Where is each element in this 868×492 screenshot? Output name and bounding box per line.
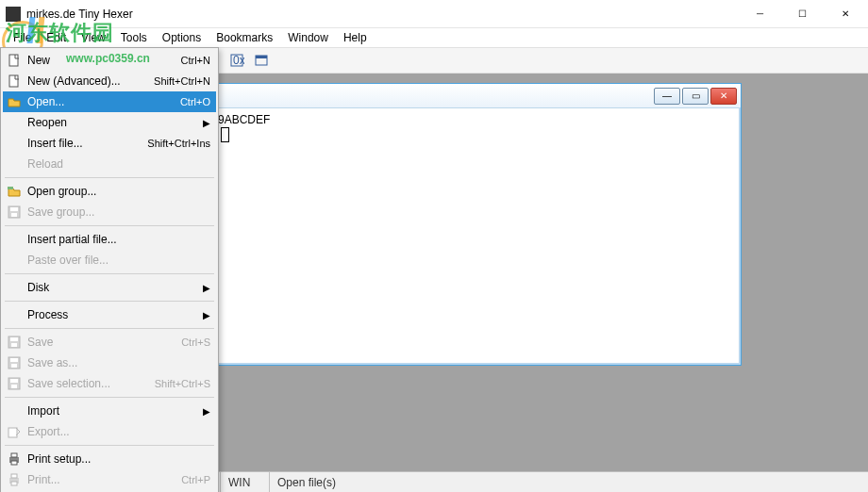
menu-item-label: Reload [27,157,210,171]
menu-file[interactable]: File [6,29,39,46]
menu-item-label: Disk [27,281,210,294]
menu-item-accelerator: Ctrl+N [181,55,210,66]
svg-rect-14 [9,75,18,87]
svg-rect-34 [11,482,17,485]
menu-separator [5,397,214,398]
export-icon [7,424,22,439]
menu-item-import[interactable]: Import▶ [3,401,216,421]
menu-item-open-group[interactable]: Open group... [3,181,216,202]
svg-rect-13 [9,55,18,66]
save-icon [7,335,22,350]
menu-item-accelerator: Shift+Ctrl+N [154,75,210,87]
menu-separator [5,328,214,329]
menu-separator [5,273,214,274]
menu-item-accelerator: Ctrl+P [181,474,210,485]
toolbar-hex-icon[interactable]: 0x [225,50,248,71]
menu-item-label: New [27,54,181,67]
close-button[interactable]: ✕ [824,1,866,27]
svg-rect-31 [11,461,17,465]
status-cell-mode: WIN [221,472,270,492]
print-icon [7,451,22,467]
menu-separator [5,445,214,446]
submenu-arrow-icon: ▶ [203,283,210,293]
svg-rect-21 [11,343,17,347]
svg-text:0x: 0x [233,54,244,67]
svg-rect-33 [11,474,17,478]
open-group-icon [7,184,22,199]
menu-separator [5,177,214,178]
menu-item-label: Reopen [27,116,210,129]
menu-item-save-as: Save as... [3,353,216,373]
menu-item-label: Save as... [27,356,210,369]
menu-item-label: Export... [27,425,210,438]
menu-view[interactable]: View [74,29,113,46]
menu-item-reopen[interactable]: Reopen▶ [3,112,216,133]
menu-item-label: Paste over file... [27,254,210,267]
svg-rect-28 [8,428,17,437]
submenu-arrow-icon: ▶ [203,310,210,320]
menu-item-accelerator: Ctrl+O [180,96,210,107]
child-maximize-button[interactable]: ▭ [682,88,709,105]
menu-item-export: Export... [3,421,216,442]
file-menu-dropdown: NewCtrl+NNew (Advanced)...Shift+Ctrl+NOp… [0,47,219,492]
child-minimize-button[interactable]: ― [654,88,680,105]
svg-rect-15 [8,187,13,189]
svg-rect-20 [10,337,18,341]
submenu-arrow-icon: ▶ [203,118,210,128]
menu-item-label: New (Advanced)... [27,74,154,88]
menu-item-paste-over-file: Paste over file... [3,250,216,271]
menu-tools[interactable]: Tools [113,29,155,46]
menu-separator [5,225,214,226]
status-cell-hint: Open file(s) [270,472,868,492]
menu-item-label: Print... [27,473,181,486]
svg-rect-18 [11,213,17,217]
window-title: mirkes.de Tiny Hexer [26,8,739,21]
new-icon [7,53,22,68]
menu-item-accelerator: Shift+Ctrl+S [155,378,210,389]
menu-item-reload: Reload [3,154,216,174]
svg-rect-12 [256,56,267,58]
menu-item-insert-partial-file[interactable]: Insert partial file... [3,229,216,250]
save-group-icon [7,205,22,220]
svg-rect-27 [11,385,17,388]
menu-item-process[interactable]: Process▶ [3,304,216,325]
menu-item-new-advanced[interactable]: New (Advanced)...Shift+Ctrl+N [3,71,216,91]
menu-item-label: Open... [27,95,180,108]
menu-item-label: Insert partial file... [27,233,210,246]
submenu-arrow-icon: ▶ [203,406,210,417]
svg-rect-17 [10,207,18,211]
menu-item-save: SaveCtrl+S [3,332,216,353]
menu-item-new[interactable]: NewCtrl+N [3,50,216,71]
menu-item-label: Open group... [27,185,210,198]
save-icon [7,355,22,370]
menu-item-accelerator: Ctrl+S [181,336,210,348]
menu-item-accelerator: Shift+Ctrl+Ins [147,138,210,149]
menu-item-label: Import [27,404,210,418]
menu-item-disk[interactable]: Disk▶ [3,277,216,298]
svg-rect-30 [11,453,17,457]
menu-item-label: Print setup... [27,452,210,466]
menu-options[interactable]: Options [155,29,209,46]
new-icon [7,74,22,89]
menu-item-open[interactable]: Open...Ctrl+O [3,91,216,112]
save-icon [7,376,22,391]
minimize-button[interactable]: ─ [739,1,781,27]
hex-cursor [221,127,229,142]
menu-item-print-setup[interactable]: Print setup... [3,449,216,469]
svg-rect-23 [10,358,18,362]
titlebar: mirkes.de Tiny Hexer ─ ☐ ✕ [0,0,868,28]
child-close-button[interactable]: ✕ [710,88,737,105]
menu-bookmarks[interactable]: Bookmarks [209,29,280,46]
menu-item-label: Save selection... [27,377,155,390]
menu-window[interactable]: Window [280,29,336,46]
maximize-button[interactable]: ☐ [781,1,824,27]
svg-rect-26 [10,379,18,383]
menu-item-label: Save group... [27,205,210,219]
menubar: File Edit View Tools Options Bookmarks W… [0,28,868,47]
toolbar-win-icon[interactable] [250,50,273,71]
menu-item-insert-file[interactable]: Insert file...Shift+Ctrl+Ins [3,133,216,154]
menu-edit[interactable]: Edit [39,29,74,46]
menu-help[interactable]: Help [336,29,375,46]
menu-item-save-selection: Save selection...Shift+Ctrl+S [3,373,216,394]
menu-item-label: Save [27,336,181,349]
